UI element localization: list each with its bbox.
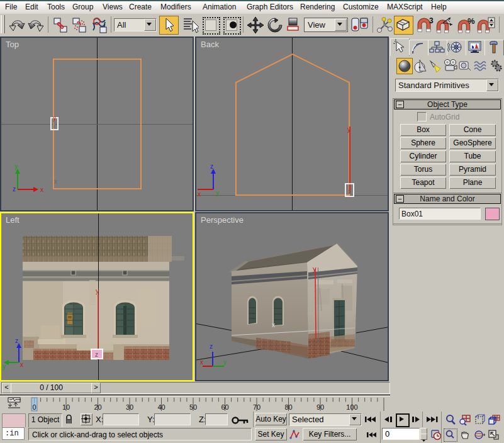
svg-text:0: 0	[32, 403, 36, 411]
svg-text:3: 3	[429, 16, 434, 25]
svg-text:80: 80	[284, 403, 292, 411]
svg-text:y: y	[216, 189, 219, 196]
svg-text:y: y	[223, 359, 227, 366]
svg-text:x: x	[20, 361, 23, 368]
svg-text:z: z	[95, 351, 98, 358]
svg-text:20: 20	[94, 403, 101, 411]
svg-text:y: y	[96, 287, 99, 294]
svg-text:x: x	[200, 359, 203, 366]
svg-text:y: y	[313, 265, 316, 272]
svg-text:z: z	[13, 186, 16, 193]
svg-text:y: y	[53, 115, 56, 121]
svg-text:70: 70	[253, 403, 260, 411]
svg-text:60: 60	[221, 403, 228, 411]
svg-text:z: z	[210, 163, 213, 170]
svg-text:10: 10	[62, 403, 70, 411]
svg-text:50: 50	[189, 403, 197, 411]
svg-text:x: x	[348, 188, 351, 195]
svg-text:100: 100	[346, 403, 357, 411]
svg-text:z: z	[15, 337, 18, 344]
svg-text:x: x	[198, 191, 201, 198]
svg-text:%: %	[468, 16, 475, 26]
svg-text:x: x	[40, 186, 43, 193]
svg-text:z: z	[210, 343, 213, 350]
svg-text:30: 30	[126, 403, 133, 411]
svg-text:40: 40	[157, 403, 165, 411]
svg-text:x: x	[54, 178, 57, 185]
svg-text:x: x	[272, 322, 275, 328]
svg-text:y: y	[3, 363, 6, 370]
svg-text:y: y	[14, 163, 18, 170]
svg-text:90: 90	[316, 403, 324, 411]
svg-text:y: y	[347, 125, 351, 133]
